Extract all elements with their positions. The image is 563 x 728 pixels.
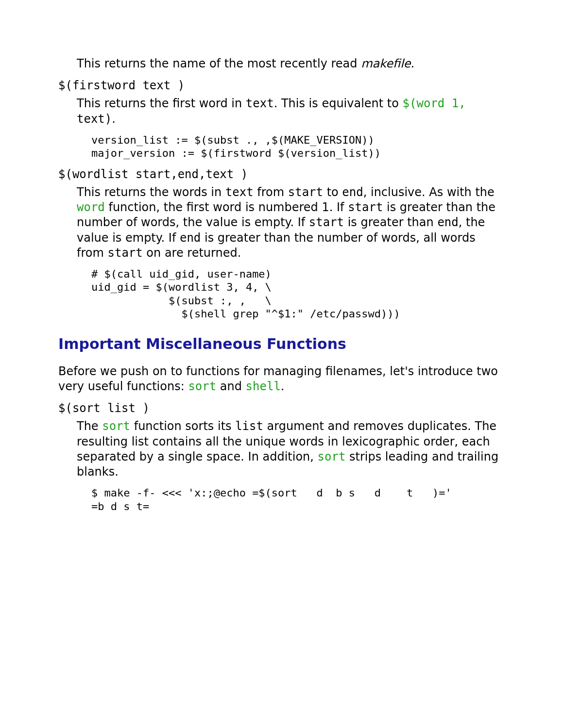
code-block-wordlist: # $(call uid_gid, user-name) uid_gid = $… — [91, 267, 505, 321]
code-green: word — [77, 200, 105, 214]
code-text: start — [107, 246, 142, 260]
text: function sorts its — [130, 419, 235, 433]
text: . — [112, 112, 116, 126]
text: . — [411, 57, 415, 70]
code-text: start — [348, 200, 383, 214]
text: to — [323, 185, 342, 199]
text: This returns the words in — [77, 185, 225, 199]
code-text: end — [180, 231, 201, 245]
code-green: sort — [318, 450, 346, 463]
code-text: text — [77, 112, 105, 126]
text: This returns the first word in — [77, 97, 246, 110]
text: . — [281, 380, 285, 393]
text: The — [77, 419, 102, 433]
text: from — [254, 185, 288, 199]
text: is greater than — [344, 215, 437, 229]
text: and — [216, 380, 245, 393]
code-green: sort — [102, 419, 130, 433]
section-heading-misc-functions: Important Miscellaneous Functions — [58, 334, 505, 353]
code-text: text — [225, 185, 254, 199]
code-text: end — [437, 215, 458, 229]
code-text: start — [309, 215, 344, 229]
emphasis-makefile: makefile — [361, 57, 410, 70]
code-text: end — [342, 185, 363, 199]
term-wordlist: $(wordlist start,end,text ) — [58, 167, 505, 182]
paragraph-sort-desc: The sort function sorts its list argumen… — [77, 419, 505, 480]
code-block-sort: $ make -f- <<< 'x:;@echo =$(sort d b s d… — [91, 486, 505, 513]
code-text: ) — [105, 112, 112, 126]
code-block-firstword: version_list := $(subst ., ,$(MAKE_VERSI… — [91, 133, 505, 160]
text: , inclusive. As with the — [363, 185, 495, 199]
code-green: $(word 1, — [403, 97, 466, 110]
term-firstword: $(firstword text ) — [58, 78, 505, 93]
term-sort: $(sort list ) — [58, 401, 505, 416]
text: function, the first word is numbered 1. … — [105, 200, 348, 214]
code-green: shell — [246, 380, 281, 393]
paragraph-firstword-desc: This returns the first word in text. Thi… — [77, 96, 505, 126]
text: This returns the name of the most recent… — [77, 57, 361, 70]
text: on are returned. — [143, 246, 241, 260]
code-text: start — [288, 185, 323, 199]
paragraph-wordlist-desc: This returns the words in text from star… — [77, 185, 505, 261]
paragraph-intro: Before we push on to functions for manag… — [58, 364, 505, 394]
paragraph-makefile-return: This returns the name of the most recent… — [77, 56, 505, 71]
code-text: text — [246, 97, 274, 110]
text: . This is equivalent to — [274, 97, 403, 110]
code-text: list — [235, 419, 263, 433]
code-green: sort — [188, 380, 216, 393]
